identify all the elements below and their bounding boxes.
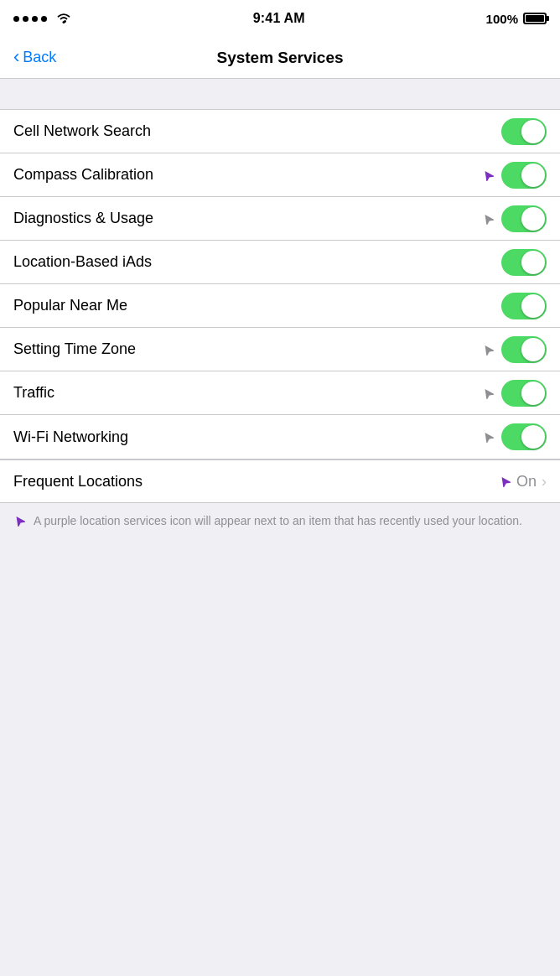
settings-group: Cell Network Search Compass Calibration …	[0, 109, 560, 459]
row-label-frequent-locations: Frequent Locations	[13, 473, 498, 491]
row-setting-time-zone: Setting Time Zone	[0, 328, 560, 371]
frequent-locations-value: On	[516, 473, 537, 491]
nav-bar: ‹ Back System Services	[0, 37, 560, 79]
toggle-wifi-networking[interactable]	[501, 423, 547, 450]
row-location-based-iads: Location-Based iAds	[0, 241, 560, 284]
row-right-setting-time-zone	[481, 336, 547, 363]
row-label-wifi-networking: Wi-Fi Networking	[13, 428, 481, 446]
row-label-setting-time-zone: Setting Time Zone	[13, 340, 481, 358]
battery-icon	[523, 13, 547, 24]
row-right-frequent-locations: On ›	[498, 473, 547, 491]
svg-marker-7	[13, 515, 25, 527]
row-cell-network-search: Cell Network Search	[0, 110, 560, 153]
svg-marker-5	[482, 431, 494, 443]
toggle-diagnostics-usage[interactable]	[501, 205, 547, 232]
row-right-wifi-networking	[481, 423, 547, 450]
location-icon-diagnostics-usage	[481, 212, 495, 226]
toggle-cell-network-search[interactable]	[501, 118, 547, 145]
section-header-gap	[0, 79, 560, 109]
row-label-compass-calibration: Compass Calibration	[13, 166, 481, 184]
location-icon-frequent-locations	[498, 475, 511, 488]
svg-marker-6	[499, 475, 511, 487]
location-icon-traffic	[481, 387, 495, 400]
row-frequent-locations[interactable]: Frequent Locations On ›	[0, 459, 560, 503]
toggle-knob-wifi-networking	[521, 425, 545, 449]
row-label-cell-network-search: Cell Network Search	[13, 122, 501, 140]
row-traffic: Traffic	[0, 371, 560, 415]
location-icon-wifi-networking	[481, 430, 495, 444]
toggle-knob-compass-calibration	[521, 164, 545, 187]
row-compass-calibration: Compass Calibration	[0, 153, 560, 197]
svg-marker-4	[482, 387, 494, 399]
svg-marker-1	[482, 169, 494, 181]
back-label: Back	[23, 49, 56, 66]
wifi-icon	[55, 11, 72, 27]
signal-dots	[13, 16, 47, 22]
svg-point-0	[63, 21, 65, 23]
row-label-popular-near-me: Popular Near Me	[13, 297, 501, 314]
back-chevron-icon: ‹	[13, 48, 19, 66]
row-label-traffic: Traffic	[13, 384, 481, 402]
toggle-compass-calibration[interactable]	[501, 162, 547, 189]
row-label-location-based-iads: Location-Based iAds	[13, 253, 501, 271]
toggle-popular-near-me[interactable]	[501, 293, 547, 319]
row-right-cell-network-search	[501, 118, 547, 145]
back-button[interactable]: ‹ Back	[13, 49, 56, 66]
status-time: 9:41 AM	[253, 11, 305, 26]
row-wifi-networking: Wi-Fi Networking	[0, 415, 560, 459]
svg-marker-2	[482, 213, 494, 225]
location-icon-setting-time-zone	[481, 343, 495, 356]
toggle-knob-cell-network-search	[521, 120, 545, 143]
footer-note-text: A purple location services icon will app…	[34, 513, 522, 530]
signal-dot-1	[13, 16, 19, 22]
signal-dot-2	[23, 16, 29, 22]
signal-area	[13, 11, 72, 27]
toggle-knob-popular-near-me	[521, 294, 545, 318]
svg-marker-3	[482, 344, 494, 356]
row-right-location-based-iads	[501, 249, 547, 276]
signal-dot-3	[32, 16, 38, 22]
battery-area: 100%	[486, 12, 547, 26]
toggle-setting-time-zone[interactable]	[501, 336, 547, 363]
status-bar: 9:41 AM 100%	[0, 0, 560, 37]
toggle-knob-setting-time-zone	[521, 338, 545, 361]
footer-location-icon	[13, 515, 25, 530]
row-label-diagnostics-usage: Diagnostics & Usage	[13, 210, 481, 227]
toggle-knob-location-based-iads	[521, 251, 545, 274]
toggle-knob-traffic	[521, 382, 545, 405]
frequent-locations-chevron-icon: ›	[542, 473, 547, 491]
row-right-traffic	[481, 380, 547, 407]
battery-percent: 100%	[486, 12, 518, 26]
toggle-knob-diagnostics-usage	[521, 207, 545, 231]
page-title: System Services	[216, 49, 343, 67]
toggle-location-based-iads[interactable]	[501, 249, 547, 276]
location-icon-compass-calibration	[481, 169, 495, 182]
row-right-compass-calibration	[481, 162, 547, 189]
row-diagnostics-usage: Diagnostics & Usage	[0, 197, 560, 241]
row-popular-near-me: Popular Near Me	[0, 284, 560, 328]
signal-dot-4	[41, 16, 47, 22]
row-right-diagnostics-usage	[481, 205, 547, 232]
footer-note: A purple location services icon will app…	[0, 503, 560, 540]
toggle-traffic[interactable]	[501, 380, 547, 407]
row-right-popular-near-me	[501, 293, 547, 319]
